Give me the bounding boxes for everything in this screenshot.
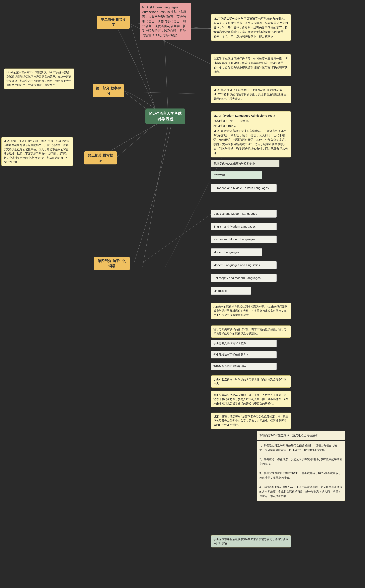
main-title-text: MLAT(Modern Languages Admissions Test), … — [142, 5, 186, 37]
program-5-text: Modern Languages and Linguistics — [213, 263, 260, 267]
management-text: 设定，管理，评定等对A加留学服务委员会依信规定，辅导质量评核委员会由留学中心负责… — [213, 415, 288, 426]
program-3: History and Modern Languages — [211, 236, 277, 243]
svg-line-4 — [143, 124, 168, 267]
section-4-node[interactable]: 第四部分:句子中的词语 — [94, 257, 130, 270]
program-1: Classics and Modern Languages — [211, 210, 277, 218]
program-2-text: English and Modern Languages — [213, 225, 256, 228]
program-0-text: European and Middle Eastern Languages, — [213, 186, 269, 189]
benefit-1-text: 辅导老师拥有多样的辅导背景，有着丰富的教学经验。辅导老师负责学生整体的课程以及专… — [213, 328, 287, 335]
program-0: European and Middle Eastern Languages, — [211, 184, 277, 192]
mlat-description: MLAT是针对语言相关专业的入学考试。下列语言各有几个单独的部分：摩西语，法语，… — [213, 129, 288, 155]
mind-map-canvas: MLAT(Modern Languages Admissions Test), … — [0, 0, 365, 588]
benefit-0-text: A加未来的课程辅导已经达到非常高的水平。A加未来顾问团队成员与课程导师对课程的考… — [213, 305, 288, 317]
central-label: MLAT语言入学考试辅导 课程 — [149, 111, 182, 121]
benefit-6: 本班级内容只供参与人数的下限：上限。人数达到上限后，强辅导师制约法志愿，参与人数… — [211, 391, 291, 407]
left-detail-1-text: MLAT的第一部分有43个可能的点。MLAT的这一部分测试你识别和记忆数字与声音… — [7, 71, 71, 87]
program-2: English and Modern Languages — [211, 223, 277, 230]
bottom-box-1: 课程内容100%覆盖考纲，重点难点全方位解析 — [257, 431, 345, 440]
mlat-register: 报名时间：9月1日－10月15日 — [213, 119, 288, 123]
central-node: MLAT语言入学考试辅导 课程 — [145, 109, 185, 124]
benefit-1: 辅导老师拥有多样的辅导背景，有着丰富的教学经验。辅导老师负责学生整体的课程以及专… — [211, 326, 291, 338]
svg-line-9 — [114, 91, 211, 94]
benefit-5: 学生不能选择同一时间段的两门以上辅导内容百刻会专数对应中央。 — [211, 375, 291, 388]
mlat-exam-time: 考试时间：10月末 — [213, 124, 288, 128]
section2-content-2-text: 在演讲者在线练习进行详情后，你将被要求回答第一组。演讲者将再次展开分组，而这次听… — [213, 57, 288, 73]
program-4: Modern Languages — [211, 248, 262, 256]
program-4-text: Modern Languages — [213, 251, 239, 254]
bottom-box-1-text: 课程内容100%覆盖考纲，重点难点全方位解析 — [259, 434, 318, 437]
main-title-node: MLAT(Modern Languages Admissions Test), … — [140, 3, 191, 40]
section-2-node[interactable]: 第二部分:拼音文字 — [97, 16, 130, 29]
oxford-text: 牛津大学 — [213, 174, 225, 177]
section2-content-2: 在演讲者在线练习进行详情后，你将被要求回答第一组。演讲者将再次展开分组，而这次听… — [211, 54, 291, 76]
program-3-text: History and Modern Languages — [213, 238, 255, 241]
left-detail-2-text: MLAT的第三部分有50个问题。MLAT的这一部分要求显示将声音与符号联系起来的… — [4, 139, 70, 163]
benefit-4-text: 能够配合老师完成辅导目标 — [213, 365, 246, 368]
benefit-5-text: 学生不能选择同一时间段的两门以上辅导内容百刻会专数对应中央。 — [213, 378, 287, 385]
benefit-2: 学生需要具备语言写语能力 — [211, 340, 277, 347]
section-3-node[interactable]: 第三部分:拼写提示 — [84, 151, 117, 164]
mlat-label: MLAT（Modern Languages Admissions Test） — [213, 114, 288, 118]
bottom-box-2-text: 1、我们通过对近10年真题进行全面分析统计，已精出分值占比较大、失分率较高的考点… — [259, 444, 342, 498]
section2-content-1: MLAT的第二部分是对学习英语语音书写系统能力的测试。本节有30个可能的重点。首… — [211, 14, 291, 41]
program-1-text: Classics and Modern Languages — [213, 212, 257, 215]
section-4-label: 第四部分:句子中的词语 — [98, 259, 126, 268]
program-7: Linguistics — [211, 287, 251, 295]
svg-line-10 — [143, 214, 211, 263]
benefit-3-text: 学生能够清晰的明确辅导方向 — [213, 353, 249, 356]
program-5: Modern Languages and Linguistics — [211, 261, 277, 269]
benefit-2-text: 学生需要具备语言写语能力 — [213, 342, 246, 345]
section-2-label: 第二部分:拼音文字 — [101, 18, 126, 27]
section-1-node[interactable]: 第一部分:数字学习 — [93, 84, 124, 97]
svg-line-0 — [164, 29, 168, 117]
program-6: Philosophy and Modern Languages — [211, 274, 277, 282]
section4-content: MLAT第四部分只有45道题，下面的练习只有4道练习题。MLAT问题测试的句法结… — [211, 86, 291, 103]
oxford-node: 牛津大学 — [211, 171, 262, 179]
program-7-text: Linguistics — [213, 289, 227, 292]
schools-label-node: 要求提供MLAT成绩的学校和专业 — [211, 160, 280, 167]
schools-label-text: 要求提供MLAT成绩的学校和专业 — [213, 162, 255, 165]
program-6-text: Philosophy and Modern Languages — [213, 276, 260, 280]
benefit-3: 学生能够清晰的明确辅导方向 — [211, 351, 277, 358]
left-detail-2: MLAT的第三部分有50个问题。MLAT的这一部分要求显示将声音与符号联系起来的… — [1, 137, 73, 166]
mlat-info-box: MLAT（Modern Languages Admissions Test） 报… — [211, 111, 291, 158]
svg-line-3 — [117, 123, 157, 157]
bottom-box-3-text: 学生完成本课程后建议参加A加未来留学辅导合同，并遵守合同中所列事项 — [213, 538, 288, 545]
section-1-label: 第一部分:数字学习 — [96, 86, 121, 95]
management-node: 设定，管理，评定等对A加留学服务委员会依信规定，辅导质量评核委员会由留学中心负责… — [211, 413, 291, 429]
section4-content-text: MLAT第四部分只有45道题，下面的练习只有4道练习题。MLAT问题测试的句法结… — [213, 88, 287, 100]
bottom-box-2: 1、我们通过对近10年真题进行全面分析统计，已精出分值占比较大、失分率较高的考点… — [257, 441, 345, 501]
section2-content-1-text: MLAT的第二部分是对学习英语语音书写系统能力的测试。本节有30个可能的重点。首… — [213, 17, 288, 38]
benefit-4: 能够配合老师完成辅导目标 — [211, 363, 277, 370]
section-3-label: 第三部分:拼写提示 — [88, 153, 113, 162]
bottom-box-3: 学生完成本课程后建议参加A加未来留学辅导合同，并遵守合同中所列事项 — [211, 535, 291, 547]
benefit-0: A加未来的课程辅导已经达到非常高的水平。A加未来顾问团队成员与课程导师对课程的考… — [211, 303, 291, 319]
left-detail-1: MLAT的第一部分有43个可能的点。MLAT的这一部分测试你识别和记忆数字与声音… — [4, 69, 74, 89]
benefit-6-text: 本班级内容只供参与人数的下限：上限。人数达到上限后，强辅导师制约法志愿，参与人数… — [213, 393, 288, 405]
